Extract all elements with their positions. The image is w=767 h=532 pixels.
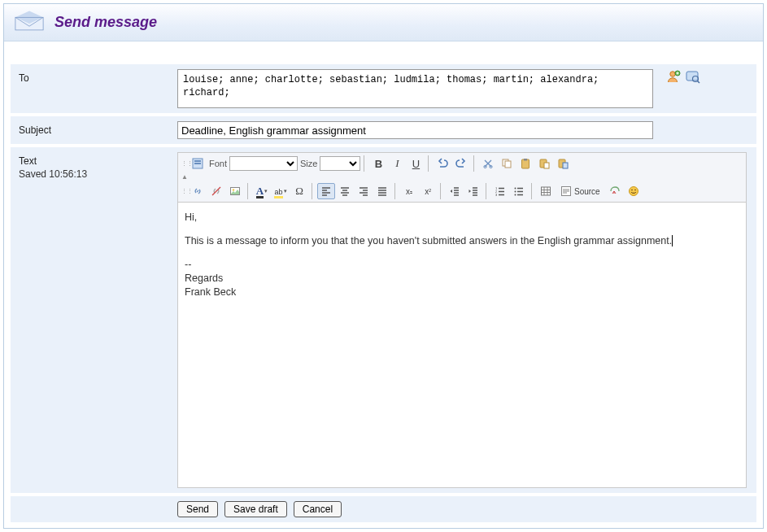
compose-body: To Subject Text: [4, 41, 763, 529]
body-paragraph: This is a message to inform you that the…: [185, 235, 672, 246]
add-recipient-icon[interactable]: [666, 69, 681, 84]
svg-rect-16: [524, 159, 527, 161]
copy-button[interactable]: [498, 155, 516, 172]
to-input[interactable]: [177, 69, 653, 108]
compose-panel: Send message To Subject: [3, 3, 764, 529]
superscript-button[interactable]: x²: [419, 183, 437, 199]
header: Send message: [4, 4, 763, 41]
paste-button[interactable]: [516, 155, 534, 172]
svg-point-29: [515, 194, 516, 196]
font-select[interactable]: [229, 156, 298, 171]
row-to: To: [11, 64, 756, 113]
body-greeting: Hi,: [185, 211, 739, 225]
align-center-button[interactable]: [336, 183, 354, 199]
envelope-icon: [14, 10, 45, 35]
align-right-button[interactable]: [355, 183, 373, 199]
svg-rect-15: [522, 159, 529, 168]
ordered-list-button[interactable]: 123: [491, 183, 509, 199]
body-sig-line: Regards: [185, 272, 739, 286]
svg-rect-14: [505, 161, 511, 168]
svg-rect-30: [542, 187, 551, 195]
svg-rect-18: [544, 163, 549, 168]
svg-point-34: [634, 190, 636, 191]
source-button[interactable]: Source: [556, 183, 605, 199]
page-title: Send message: [54, 14, 157, 31]
image-button[interactable]: [226, 183, 244, 199]
table-button[interactable]: [537, 183, 555, 199]
send-button[interactable]: Send: [177, 501, 218, 517]
row-text: Text Saved 10:56:13 ⋮⋮ Font Size B I U: [11, 147, 756, 493]
link-button[interactable]: [189, 183, 207, 199]
toolbar-grip-icon: ⋮⋮: [181, 189, 186, 194]
editor-toolbar-2: ⋮⋮ A▾ ab▾ Ω x₂ x²: [177, 181, 747, 202]
paste-word-button[interactable]: [554, 155, 572, 172]
align-left-button[interactable]: [317, 183, 335, 199]
svg-point-3: [670, 72, 675, 76]
svg-point-27: [515, 188, 516, 190]
undo-button[interactable]: [434, 155, 451, 172]
unordered-list-button[interactable]: [510, 183, 528, 199]
subscript-button[interactable]: x₂: [400, 183, 418, 199]
font-label: Font: [207, 159, 229, 168]
size-label: Size: [299, 159, 319, 168]
size-select[interactable]: [320, 156, 360, 171]
bold-button[interactable]: B: [369, 155, 387, 172]
italic-button[interactable]: I: [388, 155, 406, 172]
cut-button[interactable]: [479, 155, 497, 172]
toolbar-grip-icon: ⋮⋮: [181, 161, 186, 166]
save-draft-button[interactable]: Save draft: [224, 501, 287, 517]
templates-icon[interactable]: [189, 155, 207, 172]
formula-button[interactable]: [606, 183, 624, 199]
redo-button[interactable]: [452, 155, 470, 172]
indent-button[interactable]: [464, 183, 482, 199]
svg-text:3: 3: [495, 193, 498, 197]
text-label: Text: [19, 155, 177, 167]
paste-text-button[interactable]: [535, 155, 553, 172]
subject-input[interactable]: [177, 121, 653, 139]
toolbar-collapse-icon[interactable]: ▲: [177, 174, 747, 181]
align-justify-button[interactable]: [373, 183, 391, 199]
to-label: To: [19, 69, 177, 84]
svg-line-7: [698, 81, 700, 84]
message-body-editor[interactable]: Hi, This is a message to inform you that…: [177, 202, 747, 488]
svg-point-32: [629, 187, 638, 196]
text-color-button[interactable]: A▾: [253, 183, 271, 199]
bg-color-button[interactable]: ab▾: [272, 183, 290, 199]
emoji-button[interactable]: [625, 183, 643, 199]
find-recipient-icon[interactable]: [686, 69, 700, 84]
saved-timestamp: Saved 10:56:13: [19, 168, 177, 180]
svg-point-23: [233, 189, 234, 190]
svg-rect-9: [194, 160, 201, 162]
editor-toolbar-1: ⋮⋮ Font Size B I U: [177, 152, 747, 174]
svg-rect-20: [563, 163, 568, 168]
unlink-button[interactable]: [207, 183, 225, 199]
underline-button[interactable]: U: [407, 155, 425, 172]
row-subject: Subject: [11, 116, 756, 144]
special-char-button[interactable]: Ω: [290, 183, 308, 199]
svg-point-33: [631, 190, 633, 191]
cancel-button[interactable]: Cancel: [294, 501, 342, 517]
outdent-button[interactable]: [446, 183, 464, 199]
body-sig-line: Frank Beck: [185, 286, 739, 299]
body-sig-sep: --: [185, 258, 739, 272]
footer: Send Save draft Cancel: [11, 496, 756, 522]
subject-label: Subject: [19, 121, 177, 136]
svg-rect-10: [194, 163, 201, 164]
svg-point-28: [515, 191, 516, 193]
